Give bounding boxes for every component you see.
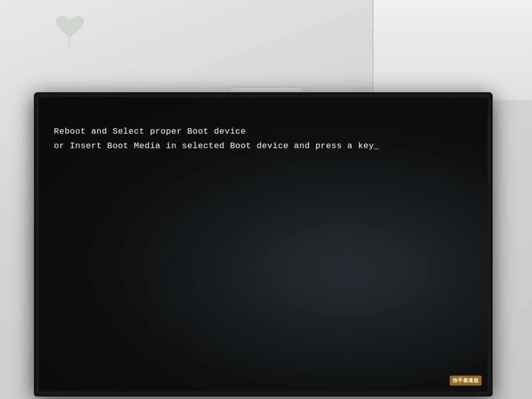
watermark-badge: 快手极速版 xyxy=(450,376,482,386)
boot-message-line2: or Insert Boot Media in selected Boot de… xyxy=(54,139,473,154)
monitor-frame: Reboot and Select proper Boot device or … xyxy=(34,92,493,397)
boot-message-line1: Reboot and Select proper Boot device xyxy=(54,125,473,139)
wall-shelf xyxy=(372,0,532,100)
monitor-screen: Reboot and Select proper Boot device or … xyxy=(39,97,488,392)
heart-decoration xyxy=(55,10,85,52)
boot-text-container: Reboot and Select proper Boot device or … xyxy=(54,125,473,154)
